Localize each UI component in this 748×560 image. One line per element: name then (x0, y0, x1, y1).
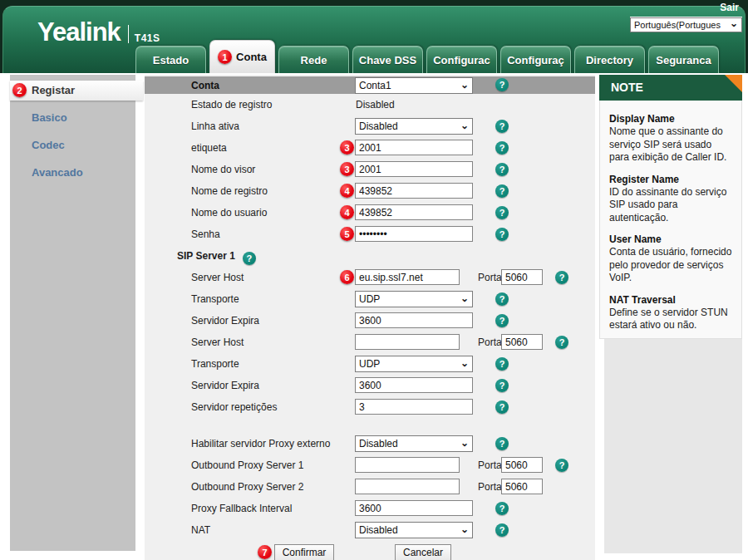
dropdown-select[interactable]: UDP (355, 291, 473, 307)
text-input[interactable] (355, 183, 473, 199)
form-row: Nome do usuario4? (145, 202, 595, 224)
note-section-body: Nome que o assinante do serviço SIP será… (609, 125, 732, 165)
porta-input[interactable] (501, 269, 543, 285)
help-icon[interactable]: ? (495, 400, 509, 414)
note-section-body: ID do assinante do serviço SIP usado par… (609, 186, 732, 225)
porta-input[interactable] (501, 457, 543, 473)
account-form: Conta Conta1 ⌄ ? Estado de registroDisab… (145, 75, 595, 560)
text-input[interactable] (355, 399, 473, 415)
text-input[interactable] (355, 457, 460, 473)
help-icon[interactable]: ? (555, 336, 568, 349)
dropdown-select[interactable]: Disabled (355, 522, 473, 538)
form-row: Outbound Proxy Server 1Porta? (145, 454, 595, 476)
help-icon[interactable]: ? (555, 459, 568, 472)
step-badge: 4 (340, 205, 354, 219)
form-row: Proxy Fallback Interval? (145, 498, 595, 519)
text-input[interactable] (355, 500, 473, 516)
porta-input[interactable] (501, 334, 543, 350)
text-input[interactable] (355, 140, 473, 155)
help-icon[interactable]: ? (495, 206, 509, 219)
field-label: Outbound Proxy Server 1 (191, 459, 303, 471)
form-row: Servidor Expira? (145, 310, 595, 332)
porta-input[interactable] (501, 479, 543, 494)
note-panel-spacer (604, 339, 742, 553)
help-icon[interactable]: ? (495, 437, 509, 450)
confirm-button[interactable]: Confirmar (274, 544, 334, 560)
dropdown-select[interactable]: Disabled (355, 118, 473, 135)
field-label: Estado de registro (191, 99, 272, 111)
password-input[interactable] (355, 226, 473, 242)
porta-label: Porta (478, 481, 502, 493)
help-icon[interactable]: ? (495, 78, 509, 91)
text-input[interactable] (355, 312, 473, 328)
logout-link[interactable]: Sair (720, 2, 739, 13)
tab-seguranca[interactable]: Seguranca (648, 46, 719, 73)
form-row: Senha5? (145, 224, 595, 245)
field-label: Servidor Expira (191, 380, 259, 391)
tab-directory[interactable]: Directory (574, 46, 645, 73)
help-icon[interactable]: ? (495, 292, 509, 306)
form-row: SIP Server 1? (145, 245, 595, 267)
help-icon[interactable]: ? (495, 314, 509, 327)
sidebar-item-basico[interactable]: Basico (10, 108, 135, 128)
dropdown-select[interactable]: Disabled (355, 435, 473, 452)
tab-configura-[interactable]: Configuraç (500, 46, 571, 73)
account-select[interactable]: Conta1 (355, 77, 473, 94)
help-icon[interactable]: ? (495, 502, 509, 515)
field-label: Conta (191, 80, 219, 91)
sidebar-item-avancado[interactable]: Avancado (10, 163, 135, 183)
form-row (145, 418, 595, 433)
step-badge: 3 (340, 162, 354, 176)
tab-configurac[interactable]: Configurac (426, 46, 497, 73)
help-icon[interactable]: ? (495, 379, 509, 392)
form-row: TransporteUDP⌄? (145, 353, 595, 375)
help-icon[interactable]: ? (495, 523, 509, 537)
field-label: Server Host (191, 272, 244, 283)
text-input[interactable] (355, 334, 460, 350)
text-input[interactable] (355, 269, 460, 285)
help-icon[interactable]: ? (495, 120, 509, 133)
text-input[interactable] (355, 204, 473, 220)
tab-label: Estado (153, 54, 189, 66)
porta-label: Porta (478, 459, 502, 471)
cancel-button[interactable]: Cancelar (395, 544, 451, 560)
field-label: Proxy Fallback Interval (191, 503, 292, 514)
porta-label: Porta (478, 272, 502, 283)
tab-label: Chave DSS (359, 54, 416, 66)
note-section-body: Define se o servidor STUN estará ativo o… (609, 307, 732, 332)
field-label: Servidor Expira (191, 315, 259, 327)
page: Yealink T41S Sair Português(Portugues ⌄ … (0, 0, 748, 560)
tab-rede[interactable]: Rede (278, 46, 349, 73)
dropdown-select[interactable]: UDP (355, 356, 473, 372)
sidebar-item-registar[interactable]: 2Registar (10, 81, 143, 101)
porta-label: Porta (478, 336, 502, 348)
form-row: Habilitar servidor Proxy externoDisabled… (145, 433, 595, 454)
help-icon[interactable]: ? (555, 271, 568, 284)
text-input[interactable] (355, 161, 473, 177)
help-icon[interactable]: ? (495, 184, 509, 198)
form-row: Outbound Proxy Server 2Porta (145, 476, 595, 498)
help-icon[interactable]: ? (243, 252, 256, 265)
note-header: NOTE (599, 75, 742, 101)
sidebar-item-label: Avancado (32, 166, 83, 179)
tab-conta[interactable]: 1Conta (209, 40, 275, 73)
form-row: Nome de registro4? (145, 180, 595, 202)
tab-estado[interactable]: Estado (135, 46, 206, 73)
text-input[interactable] (355, 479, 460, 494)
note-section-title: User Name (609, 233, 732, 245)
account-header-row: Conta Conta1 ⌄ ? (145, 76, 595, 94)
tab-label: Configuraç (507, 54, 564, 66)
header: Yealink T41S Sair Português(Portugues ⌄ … (0, 0, 748, 73)
sidebar-item-codec[interactable]: Codec (10, 135, 135, 155)
help-icon[interactable]: ? (495, 228, 509, 241)
help-icon[interactable]: ? (495, 141, 509, 155)
tab-chave-dss[interactable]: Chave DSS (352, 46, 423, 73)
language-select[interactable]: Português(Portugues (630, 17, 742, 32)
form-row: Nome do visor3? (145, 159, 595, 180)
field-label: Servidor repetições (191, 401, 277, 413)
form-buttons: 7 Confirmar Cancelar (145, 544, 595, 560)
form-row: etiqueta3? (145, 137, 595, 159)
help-icon[interactable]: ? (495, 357, 509, 371)
text-input[interactable] (355, 377, 473, 393)
help-icon[interactable]: ? (495, 163, 509, 176)
